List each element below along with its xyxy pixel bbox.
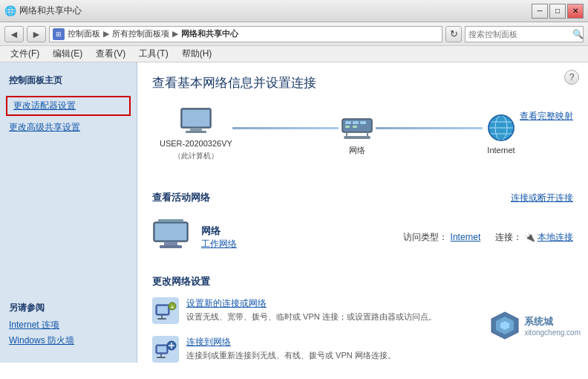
menu-bar: 文件(F) 编辑(E) 查看(V) 工具(T) 帮助(H) (0, 46, 588, 62)
network-node-internet: Internet (483, 113, 520, 155)
title-bar-controls: ─ □ ✕ (532, 4, 584, 19)
network-diagram: USER-20200326VY （此计算机） (152, 106, 520, 161)
menu-file[interactable]: 文件(F) (4, 46, 45, 62)
setting-icon-connect (152, 336, 179, 363)
internet-label: Internet (487, 146, 514, 155)
svg-rect-6 (353, 121, 359, 124)
network-node-computer: USER-20200326VY （此计算机） (160, 106, 232, 161)
active-network-name: 网络 (201, 224, 391, 238)
svg-rect-5 (345, 121, 351, 124)
svg-rect-21 (164, 242, 177, 245)
window-title: 网络和共享中心 (19, 4, 82, 17)
sidebar-link-internet[interactable]: Internet 连项 (9, 317, 128, 334)
network-info: 网络 工作网络 (201, 224, 391, 250)
sidebar-bottom-title: 另请参阅 (9, 302, 128, 314)
svg-rect-29 (157, 318, 166, 320)
sidebar: 控制面板主页 更改适配器设置 更改高级共享设置 另请参阅 Internet 连项… (0, 62, 137, 363)
back-button[interactable]: ◄ (4, 26, 24, 42)
meta-access-value[interactable]: Internet (451, 232, 481, 242)
meta-connection-label: 连接： (495, 232, 522, 242)
menu-edit[interactable]: 编辑(E) (47, 46, 88, 62)
svg-rect-12 (344, 136, 370, 139)
menu-help[interactable]: 帮助(H) (176, 46, 218, 62)
globe-icon (483, 113, 520, 143)
address-bar: ⊞ 控制面板 ▶ 所有控制面板项 ▶ 网络和共享中心 (49, 26, 442, 42)
nav-bar: ◄ ► ⊞ 控制面板 ▶ 所有控制面板项 ▶ 网络和共享中心 ↻ 🔍 (0, 22, 588, 46)
address-icon: ⊞ (53, 28, 65, 40)
forward-button[interactable]: ► (27, 26, 46, 42)
sidebar-link-sharing-settings[interactable]: 更改高级共享设置 (0, 117, 137, 137)
search-input[interactable] (468, 30, 571, 39)
more-settings-title: 更改网络设置 (152, 275, 573, 288)
switch-icon (339, 112, 376, 142)
svg-rect-31 (157, 346, 166, 352)
watermark-brand: 系统城 (524, 315, 581, 328)
svg-rect-8 (345, 126, 350, 128)
svg-rect-9 (353, 126, 357, 128)
svg-rect-23 (158, 219, 183, 222)
sidebar-bottom: 另请参阅 Internet 连项 Windows 防火墙 (0, 296, 137, 355)
refresh-button[interactable]: ↻ (445, 26, 462, 42)
active-network-type[interactable]: 工作网络 (201, 238, 391, 250)
meta-connection: 连接： 🔌 本地连接 (495, 231, 573, 244)
network-line-2 (376, 127, 483, 129)
svg-rect-20 (155, 224, 186, 240)
meta-access-label: 访问类型： (403, 232, 448, 242)
watermark-text-area: 系统城 xitongcheng.com (524, 315, 581, 337)
network-node-switch: 网络 (339, 112, 376, 156)
watermark: 系统城 xitongcheng.com (490, 311, 581, 340)
svg-rect-22 (160, 245, 182, 248)
breadcrumb-sep-1: ▶ (103, 29, 109, 39)
setting-desc-2: 连接到或重新连接到无线、有线、拨号或 VPN 网络连接。 (186, 350, 573, 361)
svg-rect-36 (157, 357, 166, 358)
network-meta: 访问类型： Internet 连接： 🔌 本地连接 (403, 231, 573, 244)
active-network-icon (152, 218, 189, 257)
watermark-logo (490, 311, 520, 340)
computer-icon (177, 106, 215, 136)
breadcrumb-part-2[interactable]: 所有控制面板项 (112, 28, 169, 39)
meta-connection-value[interactable]: 本地连接 (538, 232, 573, 242)
minimize-button[interactable]: ─ (532, 4, 548, 19)
breadcrumb-part-1[interactable]: 控制面板 (68, 28, 100, 39)
breadcrumb-sep-2: ▶ (172, 29, 178, 39)
maximize-button[interactable]: □ (549, 4, 566, 19)
title-bar-left: 🌐 网络和共享中心 (4, 4, 82, 17)
svg-rect-1 (183, 110, 209, 126)
active-network-header: 查看活动网络 连接或断开连接 (152, 191, 573, 204)
network-label: 网络 (349, 145, 365, 156)
sidebar-link-firewall[interactable]: Windows 防火墙 (9, 333, 128, 349)
sidebar-section-title: 控制面板主页 (0, 70, 137, 91)
connection-icon: 🔌 (525, 233, 535, 242)
meta-access-type: 访问类型： Internet (403, 231, 480, 244)
active-network-box: 网络 工作网络 访问类型： Internet 连接： 🔌 本地连接 (152, 212, 573, 263)
computer-label: USER-20200326VY (160, 139, 232, 148)
search-icon[interactable]: 🔍 (572, 29, 584, 39)
menu-tools[interactable]: 工具(T) (133, 46, 174, 62)
setting-title-1[interactable]: 设置新的连接或网络 (186, 297, 573, 310)
svg-rect-3 (186, 131, 206, 133)
network-line-1 (232, 127, 339, 129)
svg-rect-2 (190, 128, 202, 131)
active-network-title: 查看活动网络 (152, 191, 210, 204)
breadcrumb-active[interactable]: 网络和共享中心 (181, 28, 238, 39)
search-bar: 🔍 (465, 26, 584, 42)
svg-rect-7 (360, 121, 366, 124)
connect-disconnect-link[interactable]: 连接或断开连接 (511, 192, 573, 204)
main-layout: 控制面板主页 更改适配器设置 更改高级共享设置 另请参阅 Internet 连项… (0, 62, 588, 363)
computer-sublabel: （此计算机） (174, 151, 218, 161)
watermark-url: xitongcheng.com (524, 328, 581, 337)
setting-icon-new-connection: + (152, 297, 179, 324)
svg-rect-25 (157, 306, 168, 314)
menu-view[interactable]: 查看(V) (90, 46, 131, 62)
sidebar-link-adapter-settings[interactable]: 更改适配器设置 (6, 96, 131, 116)
content-area: ? 查看基本网络信息并设置连接 USER-20200326VY (137, 62, 588, 363)
content-title: 查看基本网络信息并设置连接 (152, 74, 573, 91)
view-full-map-link[interactable]: 查看完整映射 (520, 106, 573, 123)
svg-text:+: + (171, 304, 174, 311)
title-bar: 🌐 网络和共享中心 ─ □ ✕ (0, 0, 588, 22)
close-button[interactable]: ✕ (567, 4, 584, 19)
help-icon[interactable]: ? (564, 70, 579, 85)
